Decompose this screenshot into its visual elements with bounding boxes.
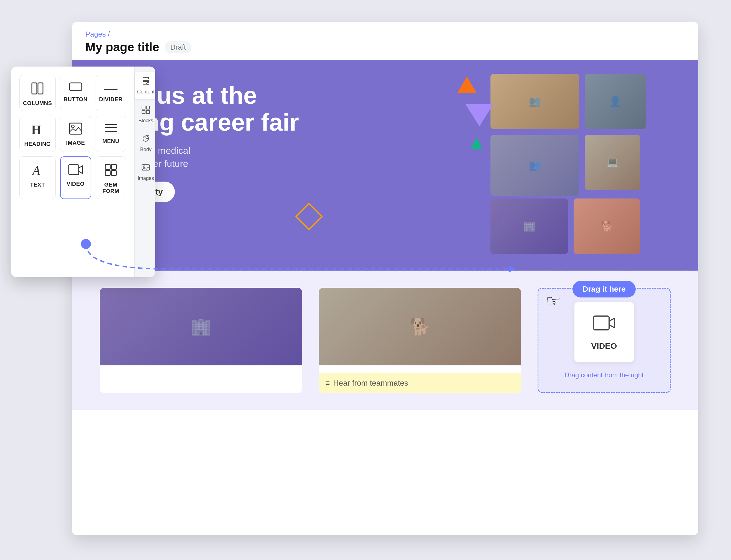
svg-text:A: A <box>32 164 40 177</box>
photo-6: 🐕 <box>574 198 640 254</box>
button-icon <box>69 82 82 93</box>
drag-it-here-badge: Drag it here <box>572 281 636 297</box>
widget-text-label: TEXT <box>30 182 45 188</box>
deco-orange-triangle <box>457 77 477 93</box>
svg-text:H: H <box>31 123 41 136</box>
widget-button[interactable]: BUTTON <box>60 75 91 111</box>
widget-columns[interactable]: COLUMNS <box>19 75 56 111</box>
body-tab-icon <box>141 134 150 145</box>
photo-1: 👥 <box>490 74 579 129</box>
widget-heading-label: HEADING <box>24 141 51 147</box>
editor-window: Pages / My page title Draft Join us at t… <box>72 22 698 535</box>
svg-rect-3 <box>70 83 82 91</box>
svg-rect-15 <box>111 164 116 169</box>
editor-header: Pages / My page title Draft <box>72 22 698 60</box>
widget-video-label: VIDEO <box>67 181 85 187</box>
tab-body[interactable]: Body <box>135 130 155 157</box>
deco-diamond <box>296 203 323 230</box>
widget-divider[interactable]: DIVIDER <box>96 75 126 111</box>
editor-main: Join us at the spring career fair gh inn… <box>72 60 698 535</box>
widget-grid: COLUMNS BUTTON DIVIDER <box>11 67 134 277</box>
svg-rect-6 <box>70 123 82 134</box>
canvas-area: Join us at the spring career fair gh inn… <box>72 60 698 535</box>
tab-body-label: Body <box>140 147 152 152</box>
photo-3: 👥 <box>490 135 579 196</box>
photo-5: 🏢 <box>490 198 568 254</box>
svg-rect-14 <box>105 170 110 175</box>
images-tab-icon <box>141 163 150 174</box>
svg-rect-13 <box>105 164 110 169</box>
svg-rect-0 <box>593 316 609 330</box>
tab-blocks-label: Blocks <box>139 118 153 124</box>
divider-icon <box>104 82 118 93</box>
video-icon-in-drop <box>593 313 615 337</box>
text-icon: A <box>31 163 44 178</box>
video-icon <box>68 164 83 177</box>
heading-icon: H <box>31 123 44 138</box>
svg-point-17 <box>147 82 149 85</box>
menu-icon <box>104 123 118 135</box>
card-label: ≡ Hear from teammates <box>319 373 521 393</box>
drop-video-label: VIDEO <box>591 341 617 351</box>
svg-rect-12 <box>69 165 79 175</box>
photo-2: 👤 <box>585 74 646 129</box>
widget-menu[interactable]: MENU <box>96 116 126 152</box>
drop-zone-inner: VIDEO <box>574 302 633 362</box>
svg-point-7 <box>72 125 74 128</box>
hero-section: Join us at the spring career fair gh inn… <box>72 60 698 271</box>
content-card-dog: 🐕 ≡ Hear from teammates <box>319 288 521 393</box>
tab-content[interactable]: Content <box>135 72 155 99</box>
svg-rect-1 <box>32 83 37 94</box>
widget-columns-label: COLUMNS <box>23 100 52 106</box>
widget-panel: COLUMNS BUTTON DIVIDER <box>11 67 155 277</box>
tab-content-label: Content <box>137 89 155 95</box>
breadcrumb: Pages / <box>85 30 685 39</box>
card-label-text: Hear from teammates <box>333 379 408 388</box>
widget-sidebar: Content Blocks <box>134 67 155 277</box>
page-title: My page title <box>85 40 159 54</box>
card-image-dog: 🐕 <box>319 288 521 365</box>
widget-text[interactable]: A TEXT <box>19 156 56 199</box>
svg-point-23 <box>146 135 149 139</box>
blocks-tab-icon <box>141 105 150 116</box>
draft-badge: Draft <box>165 41 192 53</box>
svg-point-25 <box>143 166 145 167</box>
drop-hint: Drag content from the right <box>564 371 643 379</box>
tab-blocks[interactable]: Blocks <box>135 101 155 128</box>
columns-icon <box>31 82 44 97</box>
deco-green-triangle <box>471 138 482 149</box>
widget-image[interactable]: IMAGE <box>60 116 91 152</box>
svg-rect-18 <box>142 106 145 109</box>
svg-rect-21 <box>146 110 150 114</box>
svg-rect-2 <box>38 83 43 94</box>
gem-form-icon <box>104 163 118 178</box>
content-section: 🏢 🐕 ≡ Hear from teammates Drag it here <box>72 271 698 410</box>
photo-4: 💻 <box>585 135 640 190</box>
widget-gem-form-label: GEM FORM <box>99 182 123 194</box>
photo-collage: 👥 👤 👥 💻 🏢 🐕 <box>477 71 671 259</box>
widget-video[interactable]: VIDEO <box>60 156 91 199</box>
tab-images-label: Images <box>138 175 154 181</box>
widget-divider-label: DIVIDER <box>99 96 123 103</box>
deco-purple-triangle <box>465 104 493 126</box>
content-tab-icon <box>141 77 150 87</box>
svg-rect-19 <box>146 106 150 109</box>
drop-zone[interactable]: Drag it here VIDEO Drag content from the… <box>537 288 671 393</box>
widget-button-label: BUTTON <box>64 96 88 103</box>
widget-gem-form[interactable]: GEM FORM <box>96 156 126 199</box>
image-icon <box>69 123 82 136</box>
widget-menu-label: MENU <box>102 138 119 144</box>
widget-image-label: IMAGE <box>66 140 85 146</box>
svg-rect-20 <box>142 110 145 114</box>
svg-rect-16 <box>111 170 116 175</box>
content-card-building: 🏢 <box>100 288 302 393</box>
widget-heading[interactable]: H HEADING <box>19 116 56 152</box>
tab-images[interactable]: Images <box>135 159 155 186</box>
card-image-building: 🏢 <box>100 288 302 365</box>
